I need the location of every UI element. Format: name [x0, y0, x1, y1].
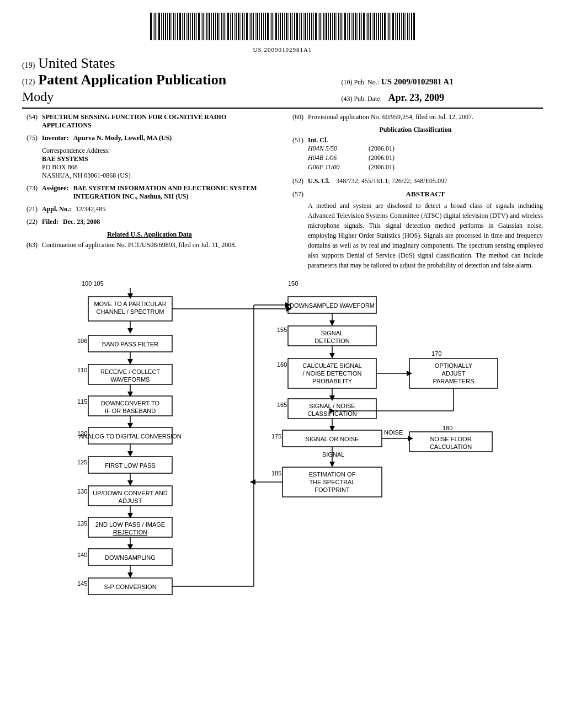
svg-rect-62 [280, 13, 281, 40]
abstract-text: A method and system are disclosed to det… [308, 201, 543, 270]
int-cl-row-1: H04B 1/06 (2006.01) [308, 154, 543, 162]
main-content: (54) SPECTRUM SENSING FUNCTION FOR COGNI… [0, 113, 565, 270]
node-130-label: 130 [77, 488, 87, 495]
title-field: (54) SPECTRUM SENSING FUNCTION FOR COGNI… [22, 113, 277, 130]
svg-rect-107 [374, 13, 375, 40]
svg-rect-57 [270, 13, 270, 40]
country-name: United States [38, 55, 115, 72]
svg-rect-80 [318, 13, 318, 40]
svg-rect-114 [388, 13, 390, 40]
related-title: Related U.S. Application Data [22, 231, 277, 239]
svg-rect-50 [255, 13, 255, 40]
svg-rect-99 [358, 13, 358, 40]
svg-rect-71 [299, 13, 300, 40]
svg-rect-44 [242, 13, 243, 40]
svg-rect-68 [292, 13, 293, 40]
svg-rect-81 [319, 13, 321, 40]
svg-rect-94 [347, 13, 348, 40]
pub-no-label: (10) Pub. No.: [341, 78, 379, 86]
header-divider [22, 108, 543, 109]
node-180-line2: CALCULATION [430, 443, 472, 450]
svg-rect-116 [392, 13, 394, 40]
svg-rect-8 [167, 13, 168, 40]
int-cl-year-2: (2006.01) [369, 163, 402, 172]
node-120-text: ANALOG TO DIGITAL CONVERSION [79, 433, 181, 440]
node-185-label: 185 [271, 470, 281, 477]
svg-rect-117 [395, 13, 396, 40]
svg-rect-55 [265, 13, 266, 40]
svg-rect-61 [278, 13, 279, 40]
node-170-line2: ADJUST [442, 370, 466, 377]
node-155-line1: SIGNAL [321, 330, 343, 336]
svg-rect-29 [211, 13, 212, 40]
noise-label: NOISE [384, 429, 403, 436]
int-cl-code-0: H04N 5/50 [308, 144, 358, 153]
svg-rect-72 [301, 13, 302, 40]
filed-value: Dec. 23, 2008 [63, 218, 277, 226]
svg-rect-112 [384, 13, 386, 40]
svg-rect-58 [271, 13, 273, 40]
node-160-label: 160 [277, 361, 287, 368]
related-num: (63) [22, 241, 38, 249]
country-label: (19) [22, 61, 35, 70]
us-cl-field: (52) U.S. Cl. 348/732; 455/161.1; 726/22… [288, 177, 543, 185]
svg-rect-122 [406, 13, 406, 40]
svg-rect-95 [349, 13, 350, 40]
svg-rect-90 [338, 13, 339, 40]
svg-rect-67 [290, 13, 291, 40]
related-section: Related U.S. Application Data (63) Conti… [22, 231, 277, 249]
svg-rect-11 [173, 13, 174, 40]
assignee-label: Assignee: [42, 184, 69, 201]
node-105-line2: CHANNEL / SPECTRUM [96, 308, 164, 315]
svg-rect-101 [361, 13, 362, 40]
inventor-label: Inventor: [42, 134, 69, 142]
node-185-line2: THE SPECTRAL [309, 479, 355, 485]
us-cl-label: U.S. Cl. [308, 177, 329, 185]
node-165-line1: SIGNAL / NOISE [309, 403, 355, 409]
node-100-label: 100 105 [82, 280, 104, 287]
node-180-label: 180 [443, 425, 452, 431]
svg-rect-86 [330, 13, 331, 40]
node-106-label: 106 [77, 338, 87, 344]
pub-no-value: US 2009/0102981 A1 [381, 77, 454, 86]
svg-marker-131 [127, 328, 133, 334]
node-145-label: 145 [77, 580, 87, 587]
svg-rect-121 [403, 13, 404, 40]
svg-rect-41 [236, 13, 237, 40]
int-cl-year-0: (2006.01) [369, 144, 402, 153]
filed-label: Filed: [42, 218, 58, 226]
node-115-label: 115 [77, 398, 87, 405]
svg-rect-23 [198, 13, 200, 40]
abstract-title: ABSTRACT [308, 190, 543, 199]
int-cl-row-0: H04N 5/50 (2006.01) [308, 144, 543, 153]
svg-rect-73 [303, 13, 303, 40]
svg-rect-106 [372, 13, 372, 40]
svg-rect-16 [184, 13, 185, 40]
node-110-line1: RECEIVE / COLLECT [100, 368, 160, 375]
node-130-line1: UP/DOWN CONVERT AND [93, 490, 167, 496]
svg-rect-12 [175, 13, 176, 40]
svg-rect-6 [163, 13, 164, 40]
svg-rect-89 [337, 13, 337, 40]
int-cl-year-1: (2006.01) [369, 154, 402, 162]
svg-rect-59 [274, 13, 274, 40]
barcode-section: US 20090102981A1 [0, 0, 565, 55]
assignee-num: (73) [22, 184, 38, 201]
node-160-line3: PROBABILITY [312, 378, 353, 384]
svg-rect-19 [190, 13, 191, 40]
svg-rect-104 [367, 13, 369, 40]
svg-rect-3 [157, 13, 157, 40]
inventor-field: (75) Inventor: Apurva N. Mody, Lowell, M… [22, 134, 277, 142]
appl-num: (21) [22, 205, 38, 213]
svg-rect-119 [399, 13, 400, 40]
barcode-image [145, 10, 420, 43]
node-170-line1: OPTIONALLY [435, 362, 473, 369]
node-105-line1: MOVE TO A PARTICULAR [94, 301, 166, 307]
svg-rect-125 [411, 13, 412, 40]
svg-rect-52 [259, 13, 260, 40]
svg-rect-115 [391, 13, 391, 40]
inventor-value: Apurva N. Mody, Lowell, MA (US) [73, 134, 277, 142]
node-170-label: 170 [431, 350, 441, 357]
svg-rect-54 [263, 13, 264, 40]
prov-value: Provisional application No. 60/959,254, … [308, 113, 543, 121]
